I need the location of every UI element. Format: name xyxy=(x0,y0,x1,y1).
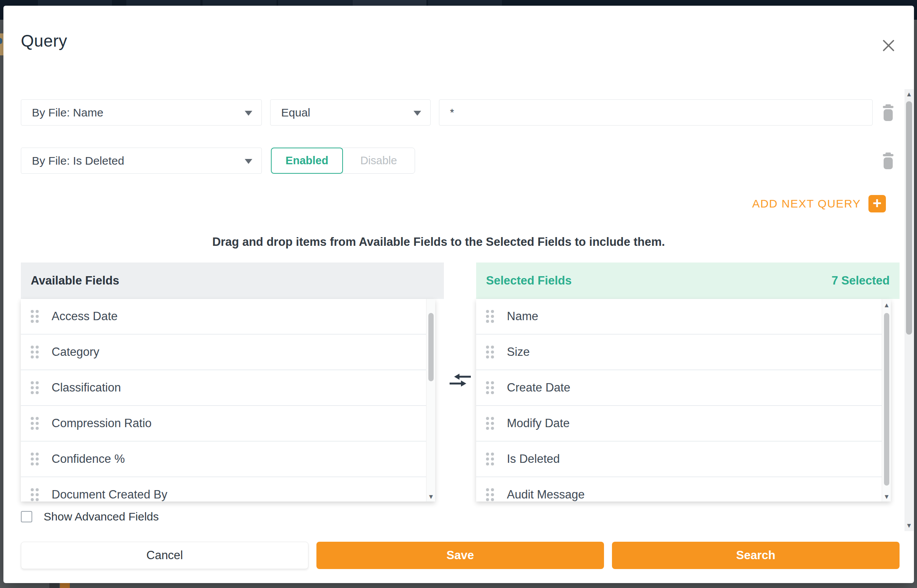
list-item-label: Confidence % xyxy=(52,452,125,466)
field-select-value: By File: Is Deleted xyxy=(32,154,124,167)
scroll-down-icon[interactable]: ▼ xyxy=(904,521,914,530)
list-item-label: Audit Message xyxy=(507,488,584,501)
selected-fields-header: Selected Fields 7 Selected xyxy=(476,263,899,299)
list-item-label: Access Date xyxy=(52,310,118,323)
dialog-title: Query xyxy=(21,31,67,50)
list-item-label: Name xyxy=(507,310,538,323)
selected-scrollbar[interactable]: ▲ ▼ xyxy=(882,299,891,501)
show-advanced-checkbox[interactable] xyxy=(21,511,32,522)
scroll-up-icon[interactable]: ▲ xyxy=(904,90,914,99)
list-item-label: Size xyxy=(507,345,530,359)
drag-handle-icon[interactable] xyxy=(486,310,494,323)
scrollbar-thumb[interactable] xyxy=(884,313,889,486)
list-item[interactable]: Is Deleted xyxy=(476,441,882,477)
drag-handle-icon[interactable] xyxy=(31,452,39,465)
show-advanced-label: Show Advanced Fields xyxy=(44,510,159,523)
cancel-button[interactable]: Cancel xyxy=(21,542,308,569)
background-fragment xyxy=(60,583,70,588)
trash-icon xyxy=(881,104,895,121)
list-item-label: Compression Ratio xyxy=(52,417,152,430)
delete-row1-button[interactable] xyxy=(878,101,899,124)
modal-scrollbar[interactable]: ▲ ▼ xyxy=(904,89,914,531)
drag-handle-icon[interactable] xyxy=(486,346,494,359)
available-scrollbar[interactable]: ▼ xyxy=(426,299,435,501)
enabled-toggle-button[interactable]: Enabled xyxy=(271,147,343,174)
list-item[interactable]: Size xyxy=(476,334,882,370)
list-item-label: Category xyxy=(52,345,99,359)
disable-toggle-button[interactable]: Disable xyxy=(342,147,415,174)
scroll-down-icon[interactable]: ▼ xyxy=(882,493,891,501)
query-value-input[interactable] xyxy=(439,99,873,126)
background-fragment xyxy=(0,33,3,55)
list-item-label: Is Deleted xyxy=(507,452,560,466)
search-button[interactable]: Search xyxy=(612,542,899,569)
available-fields-header: Available Fields xyxy=(21,263,444,299)
chevron-down-icon xyxy=(245,159,252,164)
drag-handle-icon[interactable] xyxy=(486,381,494,394)
drag-handle-icon[interactable] xyxy=(486,488,494,501)
plus-icon: + xyxy=(869,195,886,212)
field-select-row2[interactable]: By File: Is Deleted xyxy=(21,147,262,174)
close-button[interactable] xyxy=(878,35,899,56)
list-item[interactable]: Classification xyxy=(21,370,426,406)
list-item[interactable]: Category xyxy=(21,334,426,370)
list-item[interactable]: Create Date xyxy=(476,370,882,406)
add-next-query-button[interactable]: ADD NEXT QUERY + xyxy=(752,192,886,215)
available-fields-list: Access Date Category Classification Comp… xyxy=(21,299,435,501)
scrollbar-thumb[interactable] xyxy=(906,101,912,334)
operator-select-value: Equal xyxy=(281,106,310,119)
list-item[interactable]: Document Created By xyxy=(21,477,426,501)
list-item[interactable]: Access Date xyxy=(21,299,426,334)
show-advanced-row: Show Advanced Fields xyxy=(21,510,159,523)
drag-handle-icon[interactable] xyxy=(31,381,39,394)
list-item[interactable]: Confidence % xyxy=(21,441,426,477)
selected-fields-list: Name Size Create Date Modify Date Is Del… xyxy=(476,299,891,501)
background-fragment xyxy=(49,583,59,588)
drag-handle-icon[interactable] xyxy=(31,310,39,323)
list-item-label: Document Created By xyxy=(52,488,167,501)
scrollbar-thumb[interactable] xyxy=(428,313,434,381)
list-item-label: Classification xyxy=(52,381,121,394)
available-fields-title: Available Fields xyxy=(31,274,119,288)
field-select-row1[interactable]: By File: Name xyxy=(21,99,262,126)
trash-icon xyxy=(881,152,895,169)
drag-handle-icon[interactable] xyxy=(31,417,39,430)
drag-handle-icon[interactable] xyxy=(31,488,39,501)
field-select-value: By File: Name xyxy=(32,106,103,119)
chevron-down-icon xyxy=(245,111,252,116)
close-icon xyxy=(881,38,896,53)
operator-select-row1[interactable]: Equal xyxy=(270,99,431,126)
drag-drop-instruction: Drag and drop items from Available Field… xyxy=(3,235,874,249)
transfer-arrows-icon xyxy=(448,371,472,390)
list-item[interactable]: Audit Message xyxy=(476,477,882,501)
selected-count-badge: 7 Selected xyxy=(831,274,890,288)
list-item[interactable]: Modify Date xyxy=(476,406,882,441)
query-dialog: Query By File: Name Equal By File: Is De… xyxy=(3,6,914,583)
drag-handle-icon[interactable] xyxy=(486,452,494,465)
drag-handle-icon[interactable] xyxy=(31,346,39,359)
list-item[interactable]: Name xyxy=(476,299,882,334)
save-button[interactable]: Save xyxy=(316,542,604,569)
chevron-down-icon xyxy=(413,111,421,116)
list-item-label: Modify Date xyxy=(507,417,570,430)
delete-row2-button[interactable] xyxy=(878,149,899,173)
drag-handle-icon[interactable] xyxy=(486,417,494,430)
list-item-label: Create Date xyxy=(507,381,570,394)
add-next-query-label: ADD NEXT QUERY xyxy=(752,197,861,210)
scroll-down-icon[interactable]: ▼ xyxy=(426,493,435,501)
selected-fields-title: Selected Fields xyxy=(486,274,572,288)
list-item[interactable]: Compression Ratio xyxy=(21,406,426,441)
scroll-up-icon[interactable]: ▲ xyxy=(882,301,891,310)
